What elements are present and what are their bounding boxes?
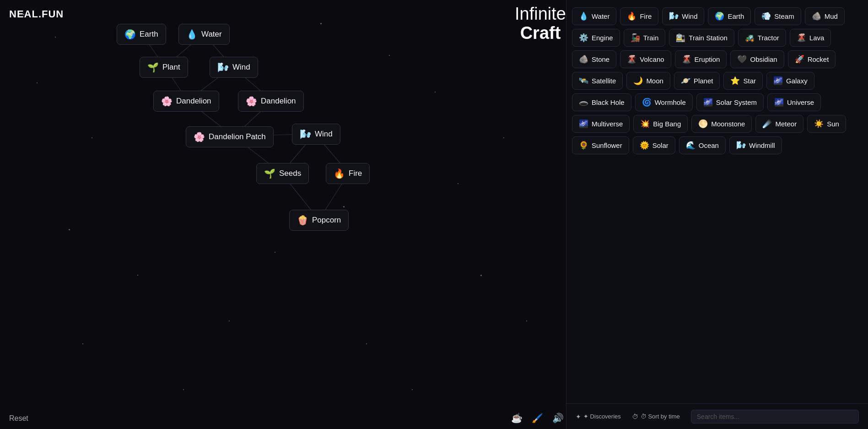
canvas[interactable]: 🌍Earth💧Water🌱Plant🌬️Wind🌸Dandelion🌸Dande… [0, 0, 563, 429]
sidebar-item[interactable]: 💥Big Bang [633, 115, 688, 133]
sidebar-item[interactable]: 🌋Volcano [620, 50, 671, 68]
sidebar-item[interactable]: 🌞Solar [633, 136, 675, 154]
reset-button[interactable]: Reset [9, 414, 28, 423]
star-dot [366, 343, 367, 344]
canvas-item-dandelion2[interactable]: 🌸Dandelion [238, 91, 304, 112]
item-emoji: 💧 [186, 29, 198, 40]
sidebar-item[interactable]: 🚉Train Station [669, 29, 734, 47]
sidebar-item[interactable]: 🌌Universe [767, 93, 821, 111]
item-emoji: 🌬️ [300, 129, 311, 140]
item-label: Moon [646, 77, 663, 85]
item-label: Wind [315, 130, 333, 139]
item-emoji: 🚜 [745, 33, 755, 43]
canvas-item-popcorn1[interactable]: 🍿Popcorn [289, 210, 349, 231]
item-emoji: 🌸 [161, 96, 173, 107]
canvas-item-seeds1[interactable]: 🌱Seeds [256, 163, 309, 184]
sidebar-item[interactable]: 🚜Tractor [738, 29, 786, 47]
canvas-item-earth1[interactable]: 🌍Earth [117, 24, 166, 45]
canvas-item-wind2[interactable]: 🌬️Wind [292, 124, 340, 145]
item-label: Sunflower [592, 141, 622, 149]
item-label: Mud [825, 12, 838, 20]
item-emoji: 💨 [761, 11, 771, 21]
sidebar-item[interactable]: 🌙Moon [626, 72, 670, 90]
item-emoji: 🌙 [633, 76, 643, 86]
coffee-icon-button[interactable]: ☕ [511, 413, 523, 424]
item-label: Black Hole [592, 98, 625, 106]
item-label: Lava [809, 34, 825, 42]
star-dot [137, 275, 138, 276]
canvas-item-water1[interactable]: 💧Water [178, 24, 230, 45]
sidebar-item[interactable]: 🌬️Windmill [729, 136, 782, 154]
star-dot [55, 37, 56, 38]
item-emoji: 💥 [640, 119, 650, 129]
star-dot [69, 229, 70, 230]
sidebar-item[interactable]: ⚙️Engine [572, 29, 620, 47]
sidebar-item[interactable]: 🌍Earth [708, 7, 751, 25]
sidebar-item[interactable]: 🌌Solar System [696, 93, 764, 111]
item-emoji: 🌞 [640, 141, 649, 150]
sidebar-item[interactable]: 🌊Ocean [679, 136, 726, 154]
bottom-bar: Reset ☕ 🖌️ 🔊 [0, 403, 868, 429]
star-dot [458, 183, 458, 184]
item-emoji: 🖤 [737, 54, 747, 64]
item-label: Steam [774, 12, 794, 20]
star-dot [82, 343, 83, 344]
sidebar-item[interactable]: 🔥Fire [620, 7, 658, 25]
item-label: Stone [592, 55, 609, 63]
star-dot [37, 82, 38, 83]
item-emoji: 🌊 [686, 141, 695, 150]
item-emoji: 🌀 [642, 98, 652, 107]
sidebar-item[interactable]: ☀️Sun [807, 115, 846, 133]
item-label: Fire [640, 12, 652, 20]
canvas-item-dandelion_patch[interactable]: 🌸Dandelion Patch [186, 126, 274, 147]
item-label: Big Bang [653, 120, 681, 128]
sound-icon-button[interactable]: 🔊 [552, 413, 564, 424]
item-label: Water [592, 12, 609, 20]
sidebar-item[interactable]: 🛰️Satellite [572, 72, 623, 90]
sidebar-item[interactable]: 🌻Sunflower [572, 136, 629, 154]
item-emoji: 🌌 [703, 98, 713, 107]
item-emoji: 🕳️ [579, 98, 588, 107]
sidebar-item[interactable]: ⭐Star [723, 72, 763, 90]
item-emoji: 🍿 [297, 215, 308, 226]
sidebar-item[interactable]: 🪨Mud [805, 7, 845, 25]
sidebar-item[interactable]: 🌋Eruption [675, 50, 727, 68]
sidebar-item[interactable]: 🚀Rocket [788, 50, 836, 68]
item-label: Dandelion Patch [209, 132, 266, 141]
item-label: Wormhole [655, 98, 686, 106]
sidebar-item[interactable]: 🚂Train [624, 29, 666, 47]
canvas-item-plant1[interactable]: 🌱Plant [140, 57, 188, 78]
sidebar-item[interactable]: 🌀Wormhole [635, 93, 693, 111]
item-emoji: ⚙️ [579, 33, 588, 43]
star-dot [526, 320, 527, 321]
sidebar-item[interactable]: 🌌Multiverse [572, 115, 630, 133]
star-dot [412, 389, 413, 390]
sidebar-item[interactable]: 🌌Galaxy [766, 72, 814, 90]
item-emoji: 🔥 [334, 168, 345, 179]
item-emoji: 🌍 [715, 11, 724, 21]
item-emoji: ☀️ [814, 119, 824, 129]
item-label: Popcorn [312, 216, 341, 225]
sidebar-item[interactable]: 💧Water [572, 7, 616, 25]
sidebar-item[interactable]: 🖤Obsidian [730, 50, 784, 68]
item-label: Plant [162, 63, 180, 72]
item-label: Earth [728, 12, 744, 20]
sidebar-item[interactable]: 🌕Moonstone [691, 115, 752, 133]
sidebar-item[interactable]: 🌬️Wind [662, 7, 704, 25]
sidebar-item[interactable]: 🕳️Black Hole [572, 93, 631, 111]
item-emoji: 🌱 [147, 62, 159, 73]
brush-icon-button[interactable]: 🖌️ [532, 413, 543, 424]
bottom-icons: ☕ 🖌️ 🔊 [511, 413, 564, 424]
item-label: Solar System [716, 98, 757, 106]
canvas-item-wind1[interactable]: 🌬️Wind [210, 57, 258, 78]
sidebar-item[interactable]: 🪐Planet [674, 72, 720, 90]
sidebar-item[interactable]: 💨Steam [755, 7, 801, 25]
sidebar-item[interactable]: 🌋Lava [790, 29, 831, 47]
sidebar-item[interactable]: 🪨Stone [572, 50, 616, 68]
item-emoji: 🪐 [681, 76, 690, 86]
canvas-item-fire1[interactable]: 🔥Fire [326, 163, 370, 184]
item-emoji: ⭐ [730, 76, 740, 86]
sidebar-item[interactable]: ☄️Meteor [755, 115, 803, 133]
app-title: Infinite Craft [515, 5, 566, 43]
canvas-item-dandelion1[interactable]: 🌸Dandelion [153, 91, 219, 112]
